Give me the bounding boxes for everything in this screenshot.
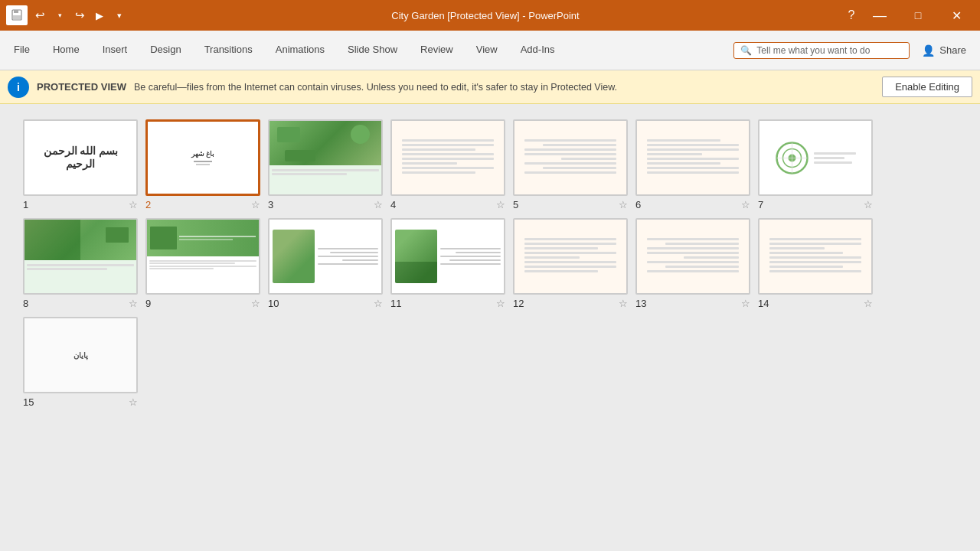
more-options[interactable]: ▾ bbox=[112, 8, 127, 23]
slide-footer-8: 8 ☆ bbox=[23, 298, 138, 309]
tab-file[interactable]: File bbox=[3, 31, 41, 70]
slide-item-3[interactable]: 3 ☆ bbox=[268, 119, 383, 210]
slide-number-9: 9 bbox=[145, 298, 161, 309]
slide-thumbnail-4[interactable] bbox=[390, 119, 505, 196]
slide-star-8[interactable]: ☆ bbox=[129, 298, 138, 309]
svg-rect-2 bbox=[13, 15, 21, 19]
slide-number-13: 13 bbox=[635, 298, 651, 309]
slide-item-12[interactable]: 12 ☆ bbox=[513, 218, 628, 309]
search-box[interactable]: 🔍 Tell me what you want to do bbox=[733, 42, 910, 59]
slide-item-5[interactable]: 5 ☆ bbox=[513, 119, 628, 210]
slide-thumbnail-14[interactable] bbox=[758, 218, 873, 295]
slide-item-10[interactable]: 10 ☆ bbox=[268, 218, 383, 309]
window-title: City Garden [Protected View] - PowerPoin… bbox=[133, 10, 838, 21]
share-button[interactable]: 👤 Share bbox=[911, 41, 977, 60]
slide-star-12[interactable]: ☆ bbox=[619, 298, 628, 309]
slide-star-6[interactable]: ☆ bbox=[741, 199, 750, 210]
tab-addins[interactable]: Add-Ins bbox=[510, 31, 566, 70]
slide-footer-7: 7 ☆ bbox=[758, 199, 873, 210]
slide-item-2[interactable]: باغ شهر 2 ☆ bbox=[145, 119, 260, 210]
slide-item-7[interactable]: 7 ☆ bbox=[758, 119, 873, 210]
slide-thumbnail-13[interactable] bbox=[635, 218, 750, 295]
maximize-button[interactable]: □ bbox=[900, 0, 936, 31]
slide-thumbnail-3[interactable] bbox=[268, 119, 383, 196]
slide-thumbnail-9[interactable] bbox=[145, 218, 260, 295]
tab-view[interactable]: View bbox=[466, 31, 508, 70]
slide-footer-10: 10 ☆ bbox=[268, 298, 383, 309]
slide-item-9[interactable]: 9 ☆ bbox=[145, 218, 260, 309]
slide-item-13[interactable]: 13 ☆ bbox=[635, 218, 750, 309]
slide-star-3[interactable]: ☆ bbox=[374, 199, 383, 210]
slide-thumbnail-12[interactable] bbox=[513, 218, 628, 295]
slide-number-11: 11 bbox=[390, 298, 406, 309]
tab-slideshow[interactable]: Slide Show bbox=[337, 31, 408, 70]
slide-star-11[interactable]: ☆ bbox=[496, 298, 505, 309]
slide-thumbnail-5[interactable] bbox=[513, 119, 628, 196]
slide-item-11[interactable]: 11 ☆ bbox=[390, 218, 505, 309]
undo-button[interactable]: ↩ bbox=[32, 8, 47, 23]
slide-number-5: 5 bbox=[513, 199, 528, 210]
slide-item-14[interactable]: 14 ☆ bbox=[758, 218, 873, 309]
tab-insert[interactable]: Insert bbox=[92, 31, 139, 70]
search-icon: 🔍 bbox=[740, 45, 752, 56]
slide-star-5[interactable]: ☆ bbox=[619, 199, 628, 210]
slide-star-10[interactable]: ☆ bbox=[374, 298, 383, 309]
slide-footer-9: 9 ☆ bbox=[145, 298, 260, 309]
close-button[interactable]: ✕ bbox=[939, 0, 974, 31]
slide-thumbnail-8[interactable] bbox=[23, 218, 138, 295]
slide-footer-6: 6 ☆ bbox=[635, 199, 750, 210]
tab-animations[interactable]: Animations bbox=[265, 31, 335, 70]
slide-footer-11: 11 ☆ bbox=[390, 298, 505, 309]
slide-item-4[interactable]: 4 ☆ bbox=[390, 119, 505, 210]
slide-thumbnail-1[interactable]: بسم الله الرحمن الرحيم bbox=[23, 119, 138, 196]
slide-item-8[interactable]: 8 ☆ bbox=[23, 218, 138, 309]
minimize-button[interactable]: — bbox=[862, 0, 897, 31]
slide-number-8: 8 bbox=[23, 298, 38, 309]
slide-number-14: 14 bbox=[758, 298, 773, 309]
slide-thumbnail-11[interactable] bbox=[390, 218, 505, 295]
slide-thumbnail-7[interactable] bbox=[758, 119, 873, 196]
slide-number-2: 2 bbox=[145, 199, 161, 210]
slide-number-6: 6 bbox=[635, 199, 651, 210]
slide-footer-2: 2 ☆ bbox=[145, 199, 260, 210]
main-content: بسم الله الرحمن الرحيم 1 ☆ باغ شهر 2 ☆ bbox=[0, 104, 980, 551]
slide-thumbnail-2[interactable]: باغ شهر bbox=[145, 119, 260, 196]
slide-thumbnail-6[interactable] bbox=[635, 119, 750, 196]
slide-footer-13: 13 ☆ bbox=[635, 298, 750, 309]
slide-footer-1: 1 ☆ bbox=[23, 199, 138, 210]
slide-star-1[interactable]: ☆ bbox=[129, 199, 138, 210]
slide-item-15[interactable]: پایان 15 ☆ bbox=[23, 317, 138, 408]
redo-button[interactable]: ↪ bbox=[72, 8, 87, 23]
protected-view-label: PROTECTED VIEW bbox=[37, 81, 126, 93]
save-icon[interactable] bbox=[6, 5, 28, 25]
title-bar-right: ? — □ ✕ bbox=[844, 0, 974, 31]
enable-editing-button[interactable]: Enable Editing bbox=[882, 77, 972, 97]
protected-view-icon: i bbox=[8, 77, 29, 98]
slides-grid: بسم الله الرحمن الرحيم 1 ☆ باغ شهر 2 ☆ bbox=[23, 119, 957, 408]
slide-star-4[interactable]: ☆ bbox=[496, 199, 505, 210]
slideshow-icon[interactable]: ▶ bbox=[92, 8, 107, 23]
slide-thumbnail-10[interactable] bbox=[268, 218, 383, 295]
slide-star-13[interactable]: ☆ bbox=[741, 298, 750, 309]
ribbon: File Home Insert Design Transitions Anim… bbox=[0, 31, 980, 70]
undo-dropdown[interactable]: ▾ bbox=[52, 8, 67, 23]
slide-star-14[interactable]: ☆ bbox=[864, 298, 873, 309]
slide-number-15: 15 bbox=[23, 396, 38, 408]
slide-footer-14: 14 ☆ bbox=[758, 298, 873, 309]
slide-item-6[interactable]: 6 ☆ bbox=[635, 119, 750, 210]
slide-star-7[interactable]: ☆ bbox=[864, 199, 873, 210]
slide-footer-4: 4 ☆ bbox=[390, 199, 505, 210]
help-icon[interactable]: ? bbox=[844, 8, 859, 23]
slide-number-7: 7 bbox=[758, 199, 773, 210]
tab-transitions[interactable]: Transitions bbox=[194, 31, 263, 70]
slide-star-15[interactable]: ☆ bbox=[129, 396, 138, 408]
slide-item-1[interactable]: بسم الله الرحمن الرحيم 1 ☆ bbox=[23, 119, 138, 210]
tab-design[interactable]: Design bbox=[139, 31, 191, 70]
protected-view-bar: i PROTECTED VIEW Be careful—files from t… bbox=[0, 70, 980, 104]
slide-star-9[interactable]: ☆ bbox=[251, 298, 260, 309]
slide-thumbnail-15[interactable]: پایان bbox=[23, 317, 138, 393]
slide-star-2[interactable]: ☆ bbox=[251, 199, 260, 210]
tab-review[interactable]: Review bbox=[410, 31, 464, 70]
tab-home[interactable]: Home bbox=[42, 31, 90, 70]
share-label: Share bbox=[939, 44, 966, 56]
